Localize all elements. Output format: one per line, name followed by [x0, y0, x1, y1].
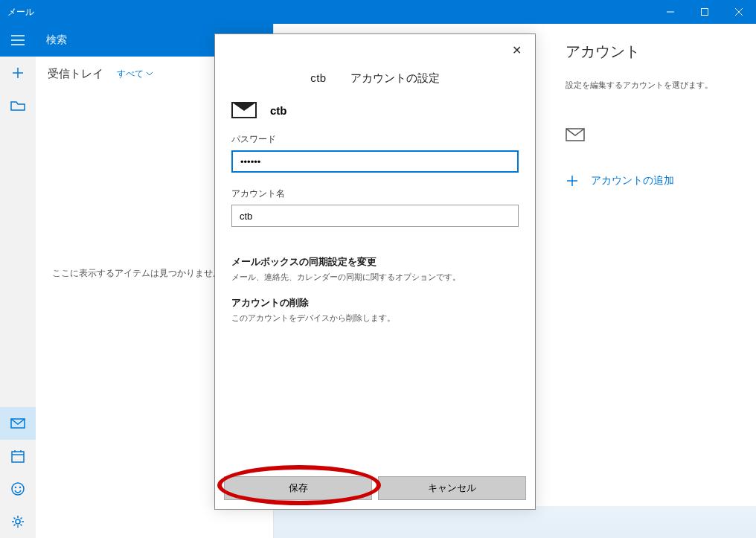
titlebar: メール	[0, 0, 756, 24]
svg-point-19	[20, 487, 21, 488]
dialog-title-text: アカウントの設定	[350, 71, 440, 84]
delete-account-title: アカウントの削除	[231, 296, 519, 310]
save-button[interactable]: 保存	[224, 476, 372, 500]
folders-button[interactable]	[0, 89, 36, 122]
dialog-account-id: ctb	[310, 71, 327, 84]
account-name-label: アカウント名	[231, 188, 519, 200]
minimize-button[interactable]	[653, 0, 688, 24]
accounts-heading: アカウント	[566, 42, 738, 62]
feedback-button[interactable]	[0, 473, 36, 505]
dialog-close-button[interactable]: ✕	[512, 43, 522, 57]
hamburger-button[interactable]	[0, 24, 36, 57]
plus-icon	[566, 174, 579, 188]
svg-point-18	[16, 487, 16, 488]
cancel-button[interactable]: キャンセル	[378, 476, 526, 500]
app-title: メール	[0, 6, 653, 19]
password-label: パスワード	[231, 133, 519, 146]
maximize-button[interactable]	[688, 0, 722, 24]
inbox-title: 受信トレイ	[48, 67, 103, 81]
dialog-account-header: ctb	[231, 102, 519, 118]
account-name-input[interactable]	[231, 205, 519, 227]
svg-rect-1	[702, 9, 708, 16]
svg-point-20	[16, 519, 20, 524]
settings-button[interactable]	[0, 505, 36, 538]
close-button[interactable]	[722, 0, 756, 24]
accounts-panel: アカウント 設定を編集するアカウントを選びます。 アカウントの追加	[548, 24, 756, 538]
inbox-filter[interactable]: すべて	[117, 68, 153, 80]
dialog-account-label: ctb	[270, 104, 287, 117]
window-controls	[653, 0, 756, 24]
nav-rail	[0, 24, 36, 538]
delete-account-link[interactable]: アカウントの削除 このアカウントをデバイスから削除します。	[231, 296, 519, 324]
delete-account-desc: このアカウントをデバイスから削除します。	[231, 313, 519, 324]
mail-icon	[566, 128, 585, 141]
chevron-down-icon	[147, 72, 153, 76]
accounts-hint: 設定を編集するアカウントを選びます。	[566, 80, 738, 91]
account-item[interactable]	[566, 128, 738, 141]
add-account-button[interactable]: アカウントの追加	[566, 174, 738, 188]
svg-rect-10	[12, 452, 24, 462]
sync-settings-link[interactable]: メールボックスの同期設定を変更 メール、連絡先、カレンダーの同期に関するオプショ…	[231, 255, 519, 283]
account-settings-dialog: ✕ ctb アカウントの設定 ctb パスワード アカウント名 メールボックスの…	[214, 33, 536, 510]
calendar-tab[interactable]	[0, 440, 36, 473]
inbox-filter-label: すべて	[117, 68, 144, 80]
sync-settings-title: メールボックスの同期設定を変更	[231, 255, 519, 269]
password-input[interactable]	[231, 150, 519, 173]
mail-tab[interactable]	[0, 407, 36, 440]
new-mail-button[interactable]	[0, 57, 36, 89]
dialog-title: ctb アカウントの設定	[231, 71, 519, 86]
mail-icon	[231, 102, 257, 118]
sync-settings-desc: メール、連絡先、カレンダーの同期に関するオプションです。	[231, 272, 519, 283]
add-account-label: アカウントの追加	[591, 174, 674, 188]
